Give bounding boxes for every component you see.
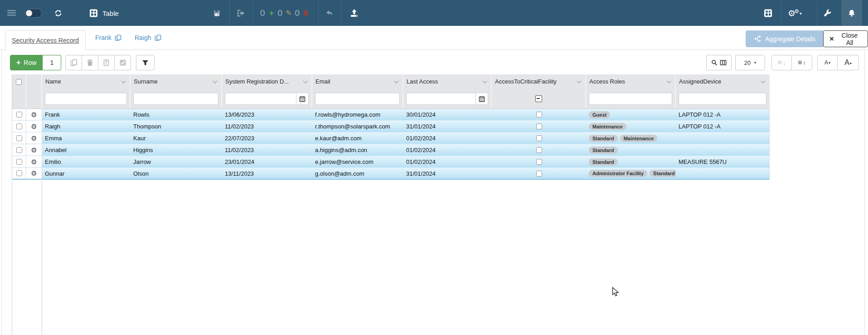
- column-header-critical-facility[interactable]: AccessToCriticalFacility: [492, 74, 586, 89]
- sort-ascending-button[interactable]: ≡ ↑: [791, 55, 812, 70]
- theme-toggle[interactable]: [24, 9, 42, 18]
- chevron-down-icon[interactable]: [761, 79, 766, 84]
- caret-up-icon: ▴: [850, 61, 852, 65]
- filter-email-input[interactable]: [315, 93, 400, 105]
- top-navbar: Table 0 0 ✎ 0: [0, 0, 868, 26]
- settings-gears-icon[interactable]: ⚙⚙ ▾: [788, 9, 802, 17]
- row-select-cell: [12, 133, 26, 144]
- search-columns-group: [706, 55, 732, 70]
- hamburger-menu-icon[interactable]: [7, 9, 16, 17]
- upload-icon[interactable]: [350, 9, 359, 17]
- row-select-cell: [12, 156, 26, 168]
- row-checkbox[interactable]: [16, 159, 22, 165]
- chevron-down-icon[interactable]: [394, 79, 399, 84]
- added-count: 0: [260, 8, 265, 18]
- critical-facility-checkbox[interactable]: [536, 147, 542, 153]
- panel-left-border: [1, 50, 2, 335]
- column-header-access-roles[interactable]: Access Roles: [586, 74, 676, 89]
- calendar-picker-button[interactable]: [296, 93, 309, 105]
- increase-font-button[interactable]: A ▴: [837, 55, 859, 70]
- calendar-picker-button[interactable]: [476, 93, 488, 105]
- edited-count: 0: [278, 8, 283, 18]
- critical-facility-checkbox[interactable]: [536, 112, 542, 118]
- wrench-icon[interactable]: [823, 9, 832, 17]
- duplicate-tab-icon[interactable]: [155, 34, 161, 41]
- refresh-icon[interactable]: [54, 9, 62, 17]
- tab-frank-label: Frank: [95, 34, 112, 41]
- cell-surname: Kaur: [131, 133, 222, 144]
- sort-descending-button[interactable]: ≡ ↓: [771, 55, 792, 70]
- critical-facility-filter-checkbox[interactable]: [535, 95, 542, 102]
- column-header-name[interactable]: Name: [42, 74, 131, 89]
- font-a-icon: A: [824, 59, 828, 66]
- column-header-assigned-device[interactable]: AssignedDevice: [676, 74, 770, 89]
- filter-assigned-device-input[interactable]: [679, 93, 766, 105]
- critical-facility-checkbox[interactable]: [536, 159, 542, 165]
- chevron-down-icon[interactable]: [213, 79, 218, 84]
- add-row-button[interactable]: + Row: [10, 55, 43, 70]
- tab-security-access-record[interactable]: Security Access Record: [5, 30, 86, 50]
- filter-surname-input[interactable]: [133, 93, 218, 105]
- undo-icon[interactable]: [325, 9, 334, 17]
- column-header-surname[interactable]: Surname: [131, 74, 222, 89]
- calculator-icon: [103, 59, 110, 66]
- close-all-button[interactable]: × Close All: [823, 30, 868, 47]
- export-icon[interactable]: [236, 9, 246, 17]
- row-checkbox[interactable]: [16, 147, 22, 153]
- row-settings-gear-icon[interactable]: ⚙: [31, 111, 37, 118]
- font-size-group: A ▾ A ▴: [817, 55, 859, 70]
- row-select-cell: [12, 168, 26, 179]
- table-view-tab[interactable]: Table: [90, 9, 119, 17]
- notifications-bell-icon[interactable]: [841, 0, 862, 26]
- chevron-down-icon[interactable]: [667, 79, 671, 84]
- row-checkbox[interactable]: [16, 170, 22, 176]
- critical-facility-checkbox[interactable]: [536, 171, 542, 177]
- critical-facility-checkbox[interactable]: [536, 135, 542, 141]
- calculate-button[interactable]: [98, 55, 115, 70]
- grid-view-icon[interactable]: [764, 9, 772, 17]
- column-header-email[interactable]: Email: [312, 74, 403, 89]
- cell-surname: Rowls: [131, 109, 222, 120]
- chevron-down-icon[interactable]: [577, 79, 582, 84]
- row-gear-cell: ⚙: [26, 168, 42, 179]
- cell-name: Emma: [42, 133, 131, 144]
- duplicate-tab-icon[interactable]: [115, 34, 121, 41]
- columns-icon: [720, 59, 727, 66]
- tab-frank[interactable]: Frank: [95, 26, 121, 49]
- page-size-dropdown[interactable]: 20 ▾: [735, 55, 765, 70]
- decrease-font-button[interactable]: A ▾: [817, 55, 838, 70]
- cell-registration-date: 22/07/2023: [222, 133, 312, 144]
- row-count-input[interactable]: 1: [43, 55, 61, 70]
- row-gear-cell: ⚙: [26, 121, 42, 132]
- arrow-down-icon: ↓: [783, 59, 786, 66]
- delete-rows-button[interactable]: [82, 55, 98, 70]
- row-gear-cell: ⚙: [26, 133, 42, 144]
- chevron-down-icon[interactable]: [483, 79, 487, 84]
- search-columns-button[interactable]: [706, 55, 732, 70]
- row-checkbox[interactable]: [16, 123, 22, 129]
- save-icon[interactable]: [213, 9, 221, 17]
- copy-rows-button[interactable]: [65, 55, 82, 70]
- tab-raigh[interactable]: Raigh: [135, 26, 161, 49]
- row-settings-gear-icon[interactable]: ⚙: [31, 147, 37, 153]
- filter-registration-date-input[interactable]: [225, 93, 296, 105]
- column-header-registration-date[interactable]: System Registration D...: [222, 74, 312, 89]
- cell-access-roles: Standard: [586, 144, 676, 156]
- row-checkbox[interactable]: [16, 112, 22, 118]
- critical-facility-checkbox[interactable]: [536, 123, 542, 129]
- select-all-checkbox[interactable]: [16, 79, 22, 85]
- filter-last-access-input[interactable]: [406, 93, 476, 105]
- row-settings-gear-icon[interactable]: ⚙: [31, 135, 37, 142]
- column-header-last-access[interactable]: Last Access: [403, 74, 492, 89]
- row-settings-gear-icon[interactable]: ⚙: [31, 158, 37, 165]
- row-settings-gear-icon[interactable]: ⚙: [31, 170, 37, 177]
- filter-access-roles-input[interactable]: [589, 93, 672, 105]
- chevron-down-icon[interactable]: [121, 79, 126, 84]
- aggregate-details-button[interactable]: Aggregate Details: [746, 30, 824, 47]
- row-settings-gear-icon[interactable]: ⚙: [31, 123, 37, 130]
- filter-button[interactable]: [136, 55, 155, 70]
- filter-name-input[interactable]: [45, 93, 127, 105]
- select-all-rows-button[interactable]: [114, 55, 131, 70]
- row-checkbox[interactable]: [16, 135, 22, 141]
- chevron-down-icon[interactable]: [303, 79, 308, 84]
